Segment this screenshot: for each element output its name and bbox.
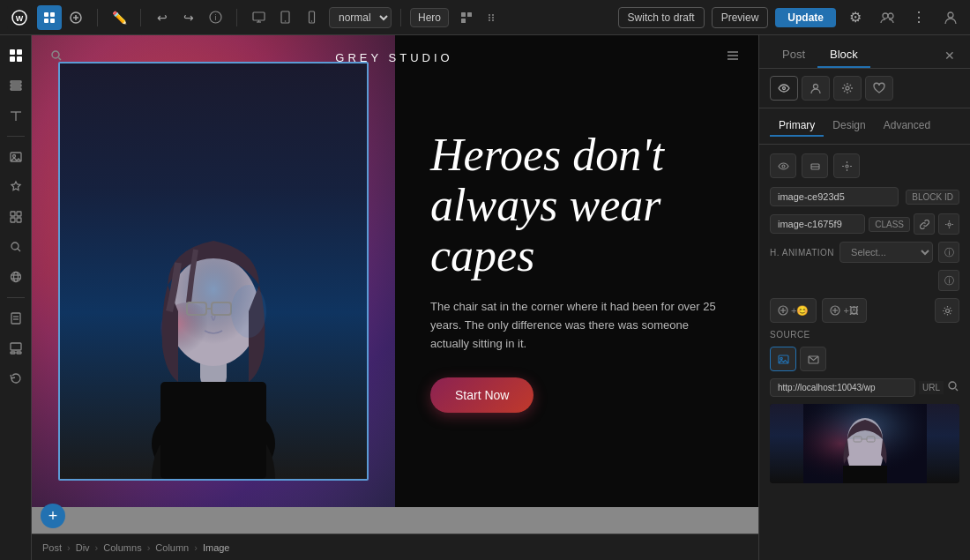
add-block-floating-button[interactable]: + — [41, 504, 65, 528]
sidebar-item-global[interactable] — [3, 264, 29, 290]
site-search-icon[interactable] — [49, 49, 63, 66]
separator1 — [97, 9, 98, 26]
panel-tab-block[interactable]: Block — [817, 42, 870, 68]
undo-button[interactable]: ↩ — [150, 5, 175, 30]
more-options-button[interactable]: ⋮ — [907, 5, 931, 30]
panel-sub-tab-advanced[interactable]: Advanced — [875, 116, 939, 137]
sidebar-item-media[interactable] — [3, 144, 29, 170]
svg-point-103 — [949, 382, 956, 389]
block-id-field[interactable]: image-ce923d5 — [770, 187, 899, 206]
breadcrumb-div[interactable]: Div — [76, 542, 90, 553]
hero-cta-button[interactable]: Start Now — [430, 377, 534, 413]
preview-button[interactable]: Preview — [712, 7, 769, 28]
separator3 — [236, 9, 237, 26]
panel-mini-icon-link[interactable] — [802, 153, 828, 178]
section-name-label: Hero — [410, 8, 449, 27]
sidebar-item-history[interactable] — [3, 365, 29, 392]
panel-tab-post[interactable]: Post — [770, 42, 817, 68]
animation-info-icon[interactable]: ⓘ — [938, 242, 959, 263]
svg-point-87 — [846, 86, 849, 90]
sidebar-item-layers[interactable] — [3, 72, 29, 99]
gear-settings-button[interactable] — [935, 298, 959, 323]
add-emoji-button[interactable]: +😊 — [770, 298, 817, 323]
update-button[interactable]: Update — [775, 8, 836, 27]
svg-point-24 — [492, 14, 494, 16]
sidebar-item-pages[interactable] — [3, 305, 29, 332]
panel-close-button[interactable]: ✕ — [940, 46, 959, 65]
settings-gear-button[interactable]: ⚙ — [843, 5, 868, 30]
panel-mini-icon-settings2[interactable] — [833, 153, 860, 178]
switch-draft-button[interactable]: Switch to draft — [618, 7, 705, 28]
panel-icon-heart[interactable] — [865, 76, 893, 101]
sidebar-item-text[interactable] — [3, 102, 29, 129]
add-block-button[interactable] — [63, 5, 88, 30]
wp-logo[interactable]: W — [7, 5, 32, 30]
class-settings-icon[interactable] — [938, 213, 959, 235]
breadcrumb-post[interactable]: Post — [42, 542, 62, 553]
main-content: GREY STUDIO — [0, 35, 970, 560]
desktop-view-button[interactable] — [246, 5, 271, 30]
source-media-button[interactable] — [770, 347, 796, 371]
extra-info-icon[interactable]: ⓘ — [938, 270, 959, 291]
view-mode-select[interactable]: normal — [329, 7, 392, 28]
class-field[interactable]: image-c1675f9 — [770, 214, 865, 234]
svg-point-27 — [883, 13, 888, 19]
svg-rect-55 — [11, 352, 15, 354]
top-toolbar: W ✏️ ↩ ↪ i normal Hero — [0, 0, 970, 35]
breadcrumb-columns[interactable]: Columns — [103, 542, 141, 553]
block-move-button[interactable] — [481, 5, 505, 30]
panel-mini-icon-eye[interactable] — [770, 153, 796, 178]
source-url-button[interactable] — [800, 347, 826, 371]
svg-line-58 — [59, 58, 62, 61]
animation-select[interactable]: Select... — [839, 242, 933, 263]
left-sidebar — [0, 35, 32, 560]
url-search-icon[interactable] — [947, 380, 959, 395]
sidebar-item-search[interactable] — [3, 234, 29, 260]
site-menu-icon[interactable] — [725, 48, 741, 68]
svg-point-21 — [489, 14, 490, 16]
image-block[interactable]: Image — [58, 62, 369, 481]
svg-rect-36 — [11, 88, 21, 90]
toolbar-view-modes — [246, 5, 324, 30]
class-link-icon[interactable] — [914, 213, 935, 235]
panel-icon-person[interactable] — [802, 76, 830, 101]
sidebar-item-templates[interactable] — [3, 335, 29, 362]
breadcrumb-column[interactable]: Column — [155, 542, 189, 553]
person-silhouette — [134, 170, 293, 479]
collab-button[interactable] — [875, 5, 899, 30]
url-input-field[interactable]: http://localhost:10043/wp — [770, 378, 915, 397]
breadcrumb-sep1: › — [67, 542, 71, 553]
info-button[interactable]: i — [203, 5, 228, 30]
svg-rect-42 — [17, 212, 21, 216]
svg-point-15 — [284, 20, 286, 22]
block-settings-button[interactable] — [454, 5, 479, 30]
mobile-view-button[interactable] — [299, 5, 324, 30]
sidebar-item-effects[interactable] — [3, 174, 29, 200]
panel-icon-eye[interactable] — [770, 76, 798, 101]
sidebar-item-layout[interactable] — [3, 42, 29, 69]
panel-sub-tab-design[interactable]: Design — [824, 116, 874, 137]
svg-point-29 — [948, 12, 953, 18]
svg-point-17 — [310, 20, 311, 21]
block-id-row: image-ce923d5 BLOCK ID — [770, 187, 959, 206]
svg-rect-41 — [11, 212, 15, 216]
breadcrumb-image[interactable]: Image — [203, 542, 230, 553]
panel-sub-tab-primary[interactable]: Primary — [770, 116, 824, 137]
user-avatar-button[interactable] — [938, 5, 963, 30]
svg-point-85 — [783, 87, 786, 90]
block-tool-button[interactable] — [37, 5, 62, 30]
url-tag: URL — [919, 381, 944, 394]
draw-button[interactable]: ✏️ — [107, 5, 131, 30]
sidebar-item-blocks[interactable] — [3, 204, 29, 230]
tablet-view-button[interactable] — [272, 5, 297, 30]
breadcrumb-sep3: › — [147, 542, 151, 553]
redo-button[interactable]: ↪ — [176, 5, 201, 30]
source-label-row: SOURCE — [770, 330, 959, 340]
svg-rect-33 — [17, 56, 22, 62]
svg-point-99 — [945, 309, 949, 312]
add-image-button[interactable]: +🖼 — [822, 298, 866, 323]
panel-icon-settings[interactable] — [833, 76, 862, 101]
toolbar-block-icons — [454, 5, 505, 30]
svg-rect-4 — [44, 19, 48, 23]
svg-rect-35 — [11, 85, 21, 86]
